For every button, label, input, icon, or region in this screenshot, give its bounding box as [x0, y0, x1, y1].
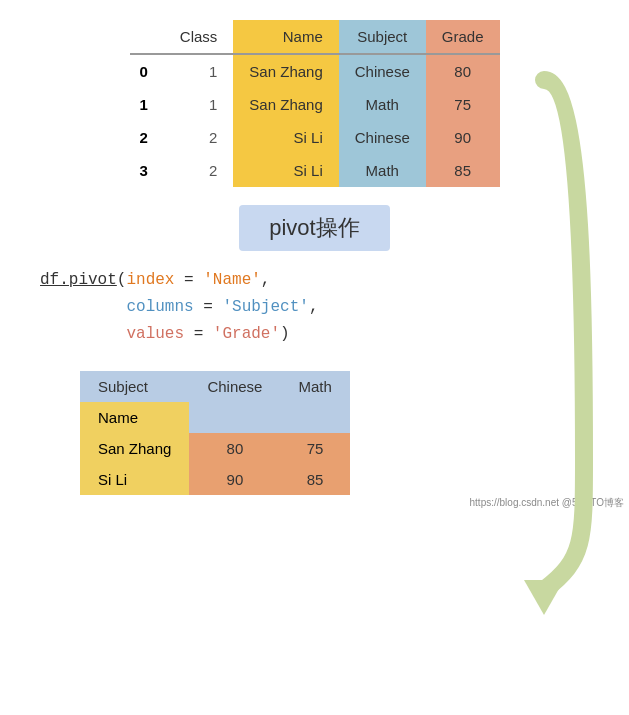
bottom-table-row: San Zhang 80 75: [80, 433, 350, 464]
code-line-2: df.pivot(columns = 'Subject',: [40, 294, 318, 321]
source-table: Class Name Subject Grade 0 1 San Zhang C…: [130, 20, 500, 187]
grade-header: Grade: [426, 20, 500, 54]
row-3-subject: Math: [339, 154, 426, 187]
row-3-name: Si Li: [233, 154, 338, 187]
row-2-idx: 2: [130, 121, 164, 154]
row-2-subject: Chinese: [339, 121, 426, 154]
svg-marker-0: [524, 580, 564, 615]
class-header: Class: [164, 20, 234, 54]
table-row: 2 2 Si Li Chinese 90: [130, 121, 500, 154]
bottom-row-0-name: San Zhang: [80, 433, 189, 464]
table-row: 1 1 San Zhang Math 75: [130, 88, 500, 121]
row-0-name: San Zhang: [233, 54, 338, 88]
row-3-grade: 85: [426, 154, 500, 187]
bottom-table-row: Si Li 90 85: [80, 464, 350, 495]
row-3-class: 2: [164, 154, 234, 187]
bottom-name-row: Name: [80, 402, 350, 433]
main-container: Class Name Subject Grade 0 1 San Zhang C…: [0, 0, 629, 515]
bottom-row-1-name: Si Li: [80, 464, 189, 495]
code-index-param: index: [126, 271, 174, 289]
code-columns-val: 'Subject': [222, 298, 308, 316]
row-1-name: San Zhang: [233, 88, 338, 121]
name-header: Name: [233, 20, 338, 54]
row-1-class: 1: [164, 88, 234, 121]
code-values-param: values: [126, 325, 184, 343]
bottom-header-row: Subject Chinese Math: [80, 371, 350, 402]
code-block: df.pivot(index = 'Name', df.pivot(column…: [40, 267, 318, 349]
row-1-subject: Math: [339, 88, 426, 121]
idx-header: [130, 20, 164, 54]
result-table: Subject Chinese Math Name San Zhang 80 7…: [80, 371, 350, 495]
bottom-chinese-header: Chinese: [189, 371, 280, 402]
bottom-subject-header: Subject: [80, 371, 189, 402]
code-index-val: 'Name': [203, 271, 261, 289]
code-line-3: df.pivot(values = 'Grade'): [40, 321, 318, 348]
code-open-paren: (: [117, 271, 127, 289]
bottom-empty-2: [280, 402, 349, 433]
bottom-row-1-math: 85: [280, 464, 349, 495]
row-0-subject: Chinese: [339, 54, 426, 88]
pivot-operation-label: pivot操作: [239, 205, 389, 251]
bottom-row-0-chinese: 80: [189, 433, 280, 464]
bottom-math-header: Math: [280, 371, 349, 402]
subject-header: Subject: [339, 20, 426, 54]
bottom-empty-1: [189, 402, 280, 433]
code-line-1: df.pivot(index = 'Name',: [40, 267, 318, 294]
row-0-class: 1: [164, 54, 234, 88]
row-1-grade: 75: [426, 88, 500, 121]
bottom-name-label: Name: [80, 402, 189, 433]
pivot-arrow: [489, 60, 599, 620]
code-values-val: 'Grade': [213, 325, 280, 343]
top-table-wrapper: Class Name Subject Grade 0 1 San Zhang C…: [130, 20, 500, 187]
row-2-class: 2: [164, 121, 234, 154]
bottom-table-wrapper: Subject Chinese Math Name San Zhang 80 7…: [80, 371, 350, 495]
row-2-name: Si Li: [233, 121, 338, 154]
code-columns-param: columns: [126, 298, 193, 316]
row-2-grade: 90: [426, 121, 500, 154]
row-0-idx: 0: [130, 54, 164, 88]
code-df: df.pivot: [40, 271, 117, 289]
bottom-row-1-chinese: 90: [189, 464, 280, 495]
row-3-idx: 3: [130, 154, 164, 187]
bottom-row-0-math: 75: [280, 433, 349, 464]
row-1-idx: 1: [130, 88, 164, 121]
row-0-grade: 80: [426, 54, 500, 88]
table-row: 0 1 San Zhang Chinese 80: [130, 54, 500, 88]
table-row: 3 2 Si Li Math 85: [130, 154, 500, 187]
